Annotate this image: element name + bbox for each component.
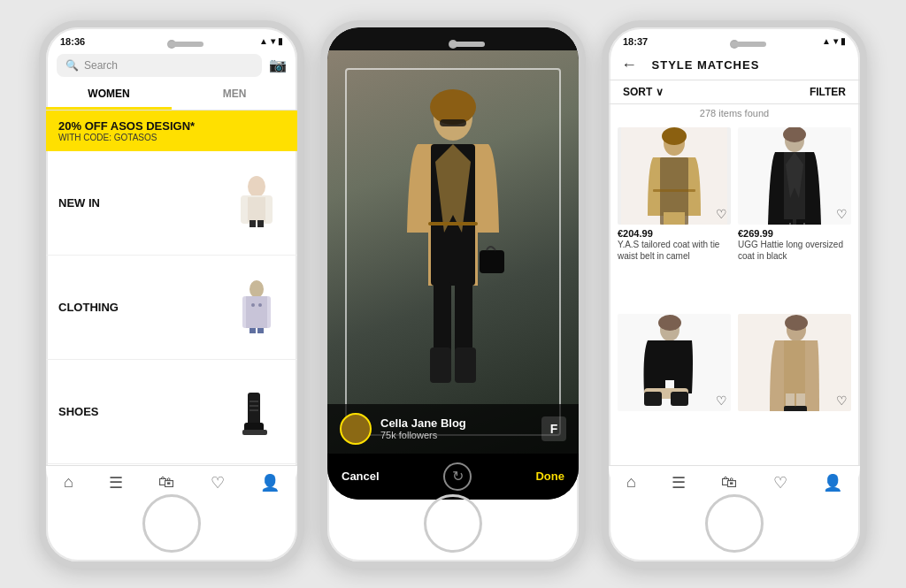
product-2-price: €269.99: [738, 228, 773, 239]
category-new-in-label: NEW IN: [58, 196, 100, 210]
nav-search-icon[interactable]: ☰: [109, 473, 123, 493]
svg-rect-4: [257, 220, 264, 227]
svg-point-0: [248, 176, 265, 197]
svg-rect-10: [250, 328, 256, 333]
category-shoes-image: [228, 384, 285, 440]
wifi-icon: ▾: [271, 36, 275, 46]
camera-viewfinder: Cella Jane Blog 75k followers F: [327, 50, 579, 454]
svg-rect-36: [653, 189, 695, 192]
phone-3-bottom-nav: ⌂ ☰ 🛍 ♡ 👤: [609, 465, 860, 500]
p3-battery-icon: ▮: [841, 36, 846, 46]
product-image-2: ♡: [738, 127, 851, 225]
tab-women[interactable]: WOMEN: [46, 80, 172, 110]
svg-rect-11: [257, 328, 264, 333]
f-badge: F: [541, 416, 566, 441]
tab-men[interactable]: MEN: [172, 80, 297, 110]
svg-rect-12: [248, 393, 260, 426]
product-2-wishlist[interactable]: ♡: [836, 207, 848, 221]
phone-1: 18:36 ▲ ▾ ▮ 🔍 Search 📷 WOMEN: [39, 20, 304, 569]
category-list: NEW IN CLOTHING: [46, 151, 297, 465]
sort-filter-bar: SORT ∨ FILTER: [609, 80, 860, 104]
filter-button[interactable]: FILTER: [810, 86, 846, 98]
cancel-button[interactable]: Cancel: [342, 470, 380, 483]
promo-subtitle: WITH CODE: GOTASOS: [58, 133, 285, 142]
category-new-in[interactable]: NEW IN: [46, 151, 297, 256]
phone-2-speaker: [449, 42, 485, 47]
product-card-4[interactable]: ♡: [738, 314, 851, 460]
battery-icon: ▮: [278, 36, 283, 46]
promo-title: 20% OFF ASOS DESIGN*: [58, 119, 285, 133]
svg-rect-43: [789, 223, 791, 225]
phone-3-inner: 18:37 ▲ ▾ ▮ ← STYLE MATCHES SORT ∨ FILTE…: [609, 27, 860, 500]
product-4-price-row: [738, 411, 851, 415]
phone-1-status-icons: ▲ ▾ ▮: [259, 36, 283, 46]
p3-nav-search-icon[interactable]: ☰: [672, 473, 686, 493]
phone-3-speaker: [731, 42, 766, 47]
category-shoes[interactable]: SHOES: [46, 360, 297, 464]
influencer-bar: Cella Jane Blog 75k followers F: [327, 404, 579, 454]
svg-rect-28: [480, 250, 504, 273]
product-card-1[interactable]: ♡ €204.99 Y.A.S tailored coat with tie w…: [618, 127, 731, 307]
influencer-followers: 75k followers: [380, 430, 466, 440]
product-4-wishlist[interactable]: ♡: [836, 393, 848, 408]
phone-2-inner: 18:36: [327, 27, 579, 500]
back-button[interactable]: ←: [621, 56, 637, 74]
p3-signal-icon: ▲: [822, 36, 831, 46]
svg-rect-34: [664, 212, 674, 225]
phone-1-status-bar: 18:36 ▲ ▾ ▮: [46, 27, 297, 50]
svg-point-31: [662, 127, 687, 145]
product-image-3: ♡: [618, 314, 731, 411]
product-3-wishlist[interactable]: ♡: [716, 393, 727, 408]
phone-3-status-bar: 18:37 ▲ ▾ ▮: [609, 27, 860, 50]
category-clothing-label: CLOTHING: [58, 301, 119, 314]
svg-rect-42: [796, 219, 809, 225]
product-card-2[interactable]: ♡ €269.99 UGG Hattie long oversized coat…: [738, 127, 851, 307]
svg-point-47: [658, 315, 681, 331]
influencer-avatar: [340, 413, 372, 445]
p3-nav-profile-icon[interactable]: 👤: [823, 473, 842, 493]
svg-rect-58: [795, 406, 807, 411]
svg-rect-26: [430, 347, 451, 383]
sort-button[interactable]: SORT ∨: [623, 86, 664, 98]
product-2-price-row: €269.99: [738, 225, 851, 239]
p3-nav-home-icon[interactable]: ⌂: [626, 473, 636, 492]
search-icon: 🔍: [65, 59, 79, 72]
product-1-price-row: €204.99: [618, 225, 731, 239]
signal-icon: ▲: [259, 36, 268, 46]
nav-profile-icon[interactable]: 👤: [260, 473, 280, 493]
phone-1-inner: 18:36 ▲ ▾ ▮ 🔍 Search 📷 WOMEN: [46, 27, 297, 500]
svg-rect-23: [428, 222, 478, 225]
p3-nav-wishlist-icon[interactable]: ♡: [773, 473, 787, 493]
svg-point-8: [251, 303, 255, 307]
phone-2: 18:36: [320, 20, 586, 569]
search-bar[interactable]: 🔍 Search: [57, 54, 262, 77]
top-bar: ← STYLE MATCHES: [609, 50, 860, 80]
items-count: 278 items found: [609, 104, 860, 122]
done-button[interactable]: Done: [535, 470, 564, 483]
svg-rect-2: [248, 197, 265, 222]
fashion-figure-svg: [365, 73, 541, 409]
tabs-row: WOMEN MEN: [46, 80, 297, 111]
product-1-name: Y.A.S tailored coat with tie waist belt …: [618, 239, 731, 262]
product-image-1: ♡: [618, 127, 731, 225]
product-1-wishlist[interactable]: ♡: [716, 207, 727, 221]
nav-bag-icon[interactable]: 🛍: [158, 473, 174, 492]
p3-nav-bag-icon[interactable]: 🛍: [721, 473, 737, 492]
category-new-in-image: [228, 174, 285, 231]
svg-rect-14: [242, 430, 267, 435]
product-3-price-row: [618, 411, 731, 415]
camera-icon[interactable]: 📷: [269, 57, 287, 73]
product-1-price: €204.99: [618, 228, 653, 239]
phone-3-time: 18:37: [623, 36, 648, 47]
category-clothing[interactable]: CLOTHING: [46, 256, 297, 360]
search-placeholder: Search: [84, 59, 118, 72]
influencer-info: Cella Jane Blog 75k followers: [380, 416, 466, 440]
product-image-4: ♡: [738, 314, 851, 411]
svg-point-9: [258, 303, 262, 307]
rotate-button[interactable]: ↻: [443, 462, 472, 491]
nav-home-icon[interactable]: ⌂: [64, 473, 73, 492]
product-card-3[interactable]: ♡: [618, 314, 731, 460]
svg-rect-50: [671, 392, 688, 406]
svg-rect-7: [246, 296, 267, 328]
nav-wishlist-icon[interactable]: ♡: [211, 473, 225, 493]
